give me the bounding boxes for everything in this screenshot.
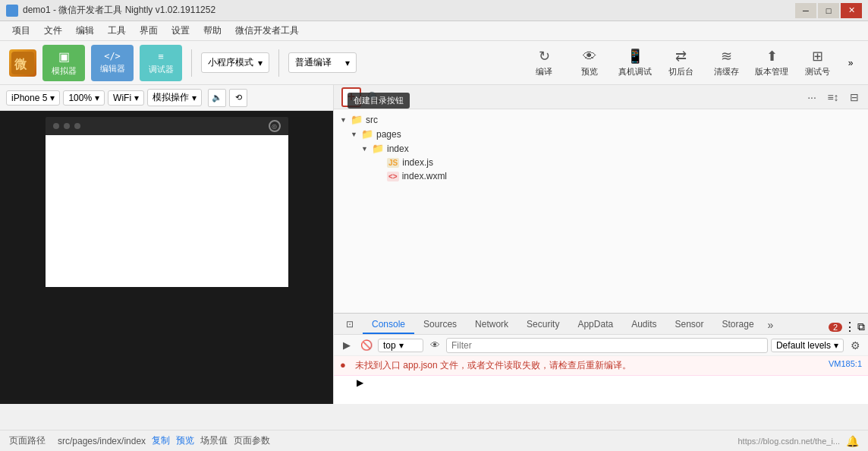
sim-controls xyxy=(53,123,80,129)
tab-security[interactable]: Security xyxy=(517,316,568,334)
version-action[interactable]: ⬆ 版本管理 xyxy=(751,48,792,77)
folder-icon-pages: 📁 xyxy=(361,128,373,140)
scene-label: 场景值 xyxy=(200,434,228,447)
dot-1 xyxy=(53,123,59,129)
title-bar: demo1 - 微信开发者工具 Nightly v1.02.1911252 ─ … xyxy=(0,0,868,21)
error-expand-toggle[interactable]: ▶ xyxy=(334,376,868,390)
notification-bell-icon[interactable]: 🔔 xyxy=(846,435,859,447)
create-dir-button[interactable]: + xyxy=(341,87,361,107)
tree-item-index-dir[interactable]: ▼ 📁 index xyxy=(334,141,868,156)
menu-item-wechat[interactable]: 微信开发者工具 xyxy=(229,23,305,39)
debugger-label: 调试器 xyxy=(149,64,174,75)
block-button[interactable]: 🚫 xyxy=(358,337,375,354)
tree-item-index-wxml[interactable]: ▶ <> index.wxml xyxy=(334,169,868,183)
tab-sources[interactable]: Sources xyxy=(414,316,466,334)
compile-dropdown[interactable]: 普通编译 ▾ xyxy=(288,52,357,73)
window-controls: ─ □ ✕ xyxy=(795,3,862,18)
simulator-icon: ▣ xyxy=(58,49,70,64)
context-label: top xyxy=(383,340,396,351)
tree-item-src[interactable]: ▼ 📁 src xyxy=(334,112,868,127)
tab-network[interactable]: Network xyxy=(466,316,517,334)
zoom-select[interactable]: 100% ▾ xyxy=(63,90,105,106)
tab-storage[interactable]: Storage xyxy=(713,316,763,334)
copy-link[interactable]: 复制 xyxy=(152,434,170,447)
filter-input[interactable] xyxy=(446,338,768,353)
tabs-more-button[interactable]: » xyxy=(763,316,778,334)
menu-item-help[interactable]: 帮助 xyxy=(197,23,228,39)
error-row-0: ● 未找到入口 app.json 文件，或者文件读取失败，请检查后重新编译。 V… xyxy=(334,356,868,376)
tree-label-index-js: index.js xyxy=(402,157,433,168)
menu-item-interface[interactable]: 界面 xyxy=(134,23,164,39)
menu-item-project[interactable]: 项目 xyxy=(6,23,36,39)
editor-button[interactable]: </> 编辑器 xyxy=(91,45,134,81)
device-name: iPhone 5 xyxy=(11,93,47,103)
preview-action[interactable]: 👁 预览 xyxy=(569,49,610,77)
right-panel: + 🔍 ··· ≡↕ ⊟ xyxy=(334,85,868,404)
rotate-button[interactable]: ⟲ xyxy=(229,89,247,107)
error-count-badge: 2 xyxy=(829,323,842,332)
preview-link[interactable]: 预览 xyxy=(176,434,194,447)
tab-sensor[interactable]: Sensor xyxy=(666,316,713,334)
more-file-button[interactable]: ··· xyxy=(803,88,821,106)
visibility-button[interactable]: 👁 xyxy=(426,337,443,354)
sim-top-bar: ◎ xyxy=(46,117,288,135)
background-action[interactable]: ⇄ 切后台 xyxy=(660,48,701,77)
xml-icon: <> xyxy=(387,172,399,181)
expand-arrow-src: ▼ xyxy=(340,116,351,124)
debugger-button[interactable]: ≡ 调试器 xyxy=(140,45,182,81)
collapse-icon: ⊟ xyxy=(850,91,859,103)
compile-action[interactable]: ↻ 编译 xyxy=(524,48,565,77)
tree-item-pages[interactable]: ▼ 📁 pages xyxy=(334,127,868,141)
menu-item-settings[interactable]: 设置 xyxy=(165,23,196,39)
clear-cache-action[interactable]: ≋ 清缓存 xyxy=(706,48,747,77)
sort-button[interactable]: ≡↕ xyxy=(824,88,842,106)
search-button[interactable]: 🔍 xyxy=(364,88,382,106)
close-button[interactable]: ✕ xyxy=(841,3,862,18)
console-menu-button[interactable]: ⋮ xyxy=(844,320,856,334)
console-detach-button[interactable]: ⧉ xyxy=(857,320,865,333)
error-link-0[interactable]: VM185:1 xyxy=(829,359,862,368)
collapse-button[interactable]: ⊟ xyxy=(845,88,863,106)
sort-icon: ≡↕ xyxy=(827,91,838,103)
console-toolbar: ▶ 🚫 top ▾ 👁 Default levels ▾ ⚙ xyxy=(334,335,868,356)
simulator-label: 模拟器 xyxy=(52,65,77,77)
tree-item-index-js[interactable]: ▶ JS index.js xyxy=(334,156,868,169)
console-settings-button[interactable]: ⚙ xyxy=(847,337,863,354)
maximize-button[interactable]: □ xyxy=(818,3,839,18)
page-path: src/pages/index/index xyxy=(58,436,146,446)
more-actions-button[interactable]: » xyxy=(842,55,859,71)
tab-console[interactable]: Console xyxy=(363,316,414,334)
menu-item-edit[interactable]: 编辑 xyxy=(70,23,100,39)
chevron-down-levels: ▾ xyxy=(834,340,838,351)
more-icon: » xyxy=(848,58,854,68)
simulator-button[interactable]: ▣ 模拟器 xyxy=(42,45,85,81)
minimize-button[interactable]: ─ xyxy=(795,3,816,18)
device-debug-action[interactable]: 📱 真机调试 xyxy=(615,48,656,77)
tab-audits[interactable]: Audits xyxy=(622,316,665,334)
version-icon: ⬆ xyxy=(766,48,778,65)
audio-button[interactable]: 🔈 xyxy=(208,89,226,107)
operation-select[interactable]: 模拟操作 ▾ xyxy=(147,89,202,106)
error-circle-icon: ● xyxy=(340,359,351,371)
chevron-down-icon-device: ▾ xyxy=(50,93,55,103)
toolbar-sep-1 xyxy=(191,49,192,77)
plus-icon: + xyxy=(348,89,356,105)
run-button[interactable]: ▶ xyxy=(338,337,355,354)
tree-label-src: src xyxy=(366,115,378,125)
mode-dropdown[interactable]: 小程序模式 ▾ xyxy=(201,52,269,73)
network-select[interactable]: WiFi ▾ xyxy=(108,90,144,106)
test-account-action[interactable]: ⊞ 测试号 xyxy=(797,48,838,77)
sim-target-icon: ◎ xyxy=(269,120,281,132)
menu-item-file[interactable]: 文件 xyxy=(38,23,68,39)
toolbar-actions: ↻ 编译 👁 预览 📱 真机调试 ⇄ 切后台 ≋ 清缓存 ⬆ 版本管理 xyxy=(524,48,859,77)
console-tabs: ⊡ Console Sources Network Security xyxy=(334,314,868,335)
menu-item-tools[interactable]: 工具 xyxy=(102,23,132,39)
tab-appdata[interactable]: AppData xyxy=(568,316,622,334)
levels-dropdown[interactable]: Default levels ▾ xyxy=(771,339,844,352)
dot-3 xyxy=(74,123,80,129)
device-select[interactable]: iPhone 5 ▾ xyxy=(6,90,60,106)
context-dropdown[interactable]: top ▾ xyxy=(378,339,423,352)
main-toolbar: 微 ▣ 模拟器 </> 编辑器 ≡ 调试器 小程序模式 ▾ 普通编译 ▾ ↻ xyxy=(0,41,868,85)
js-icon: JS xyxy=(387,158,399,168)
tab-inspect[interactable]: ⊡ xyxy=(337,316,363,334)
